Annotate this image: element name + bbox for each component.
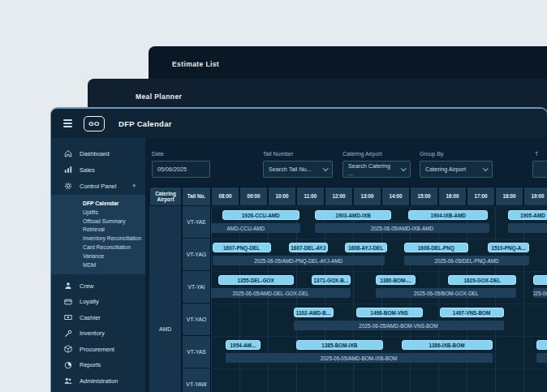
sidebar-item-label: Procurement — [80, 346, 114, 353]
flight-bar[interactable]: 1607-PNQ-DEL — [213, 243, 271, 252]
tail-no-column-header: Tail No. — [182, 187, 211, 206]
clipped-filter-label: T — [535, 151, 538, 157]
hour-header: 12:00 — [325, 187, 353, 206]
hamburger-menu-button[interactable] — [63, 119, 72, 127]
leg-bar[interactable]: 2025-06-05/AMD-BOM-VNS-BOM — [294, 321, 504, 330]
flight-bar[interactable]: 1607-DEL-AYJ — [289, 243, 327, 252]
catering-airport-column: AMD — [149, 206, 182, 392]
cash-icon — [64, 313, 72, 321]
airport-group-label: AMD — [149, 326, 181, 332]
flight-bar[interactable]: 1905-AMD — [508, 210, 547, 220]
leg-bar[interactable]: AMD-CCU-AMD — [211, 223, 300, 233]
sidebar-item-loyalty[interactable]: Loyalty — [51, 294, 145, 310]
hour-header: 10:00 — [268, 187, 296, 206]
submenu-item-card-reconciliation[interactable]: Card Reconciliation — [51, 243, 145, 252]
submenu-item-inventory-reconciliation[interactable]: Inventory Reconciliation — [51, 235, 145, 243]
sidebar-item-reports[interactable]: Reports — [51, 357, 145, 373]
bar-chart-icon — [64, 166, 72, 174]
flight-bar[interactable] — [536, 340, 547, 350]
tail-number-filter-label: Tail Number — [263, 151, 293, 157]
sidebar-item-label: Reports — [80, 361, 101, 368]
flight-bar[interactable]: 1102-AMD-B... — [294, 308, 334, 317]
flight-bar[interactable]: 1954-AM... — [226, 340, 261, 350]
sidebar-item-item[interactable] — [51, 389, 145, 392]
sidebar-item-cashier[interactable]: Cashier — [51, 309, 145, 325]
flight-bar[interactable]: 1498-BOM-VNS — [356, 308, 423, 317]
submenu-item-variance[interactable]: Variance — [51, 252, 145, 261]
hour-header: 18:00 — [495, 187, 523, 206]
chevron-down-icon — [323, 166, 328, 170]
sidebar-item-sales[interactable]: Sales — [51, 162, 145, 178]
leg-bar[interactable] — [508, 223, 547, 233]
flight-bar[interactable] — [533, 275, 547, 285]
page-title: DFP Calendar — [118, 119, 172, 128]
leg-bar[interactable]: 2025-06-05/... — [533, 288, 547, 298]
timeline-grid: AMD-CCU-AMD2025-06-05/AMD-IXB-AMD1926-CC… — [211, 206, 547, 392]
date-input[interactable]: 05/06/2025 — [152, 161, 210, 178]
hour-header: 19:00 — [523, 187, 547, 206]
leg-bar[interactable]: 2025-06-05/AMD-BOM-IXB-BOM — [226, 353, 493, 363]
card-icon — [64, 298, 72, 306]
window-dfp-calendar: GO DFP Calendar DashboardSalesControl Pa… — [50, 107, 547, 392]
sidebar-item-control-panel[interactable]: Control Panel▾ — [51, 178, 145, 194]
flight-bar[interactable]: 1608-AYJ-DEL — [345, 243, 388, 252]
clipped-filter-input[interactable] — [532, 161, 547, 178]
app-header: GO DFP Calendar — [51, 109, 547, 138]
sidebar-item-label: Control Panel — [80, 183, 116, 190]
submenu-item-offload-summary[interactable]: Offload Summary — [51, 218, 145, 226]
flight-bar[interactable]: 1903-AMD-IXB — [315, 210, 392, 220]
chevron-down-icon — [401, 166, 406, 170]
flight-bar[interactable]: 1355-DEL-GOX — [218, 275, 294, 285]
leg-bar[interactable]: 2025-06-05/DEL-PNQ-AMD — [404, 256, 529, 265]
content: Date 05/06/2025 Tail Number Search Tail … — [145, 138, 547, 392]
sidebar-item-administration[interactable]: Administration — [51, 373, 145, 389]
window-title: Meal Planner — [136, 93, 182, 101]
flight-bar[interactable]: 1497-VNS-BOM — [440, 308, 504, 317]
flight-bar[interactable]: 1608-DEL-PNQ — [404, 243, 468, 252]
date-filter-label: Date — [152, 151, 164, 157]
leg-bar[interactable] — [536, 353, 547, 363]
hour-header: 16:00 — [438, 187, 467, 206]
sidebar-item-label: Crew — [80, 282, 94, 290]
sidebar-item-crew[interactable]: Crew — [51, 278, 145, 294]
window-title: Estimate List — [172, 60, 219, 68]
sidebar-item-dashboard[interactable]: Dashboard — [51, 145, 145, 162]
tools-icon — [64, 330, 72, 338]
leg-bar[interactable]: 2025-06-05/AMD-PNQ-DEL-AYJ-AMD — [213, 256, 385, 265]
catering-airport-select[interactable]: Search Catering ... — [342, 161, 411, 178]
flight-bar[interactable]: 1510-PNQ-A... — [488, 243, 529, 252]
hour-header: 13:00 — [353, 187, 381, 206]
tail-number-select[interactable]: Search Tail Nu... — [263, 161, 333, 178]
catering-airport-filter-label: Catering Airport — [342, 151, 382, 157]
submenu-item-uplifts[interactable]: Uplifts — [51, 209, 145, 218]
flight-bar[interactable]: 1629-GOX-DEL — [448, 275, 516, 285]
sidebar-item-inventory[interactable]: Inventory — [51, 325, 145, 342]
home-icon — [64, 149, 72, 157]
submenu-item-dfp-calendar[interactable]: DFP Calendar — [51, 200, 145, 209]
sidebar-item-label: Inventory — [80, 330, 105, 337]
flight-bar[interactable]: 1926-CCU-AMD — [222, 210, 299, 220]
pie-chart-icon — [64, 361, 72, 369]
flight-bar[interactable]: 1386-IXB-BOM — [402, 340, 493, 350]
group-by-filter-label: Group By — [420, 151, 444, 157]
sidebar-item-label: Loyalty — [80, 298, 99, 305]
control-panel-submenu: DFP CalendarUpliftsOffload SummaryRetrie… — [51, 195, 145, 274]
leg-bar[interactable]: 2025-06-05/AMD-IXB-AMD — [315, 223, 489, 233]
catering-airport-column-header: Catering Airport — [149, 187, 182, 206]
hour-header: 17:00 — [467, 187, 495, 206]
submenu-item-retrieval[interactable]: Retrieval — [51, 226, 145, 235]
group-by-select[interactable]: Catering Airport — [420, 161, 493, 178]
flight-bar[interactable]: 1385-BOM-IXB — [296, 340, 383, 350]
tail-cell: VT-YAS — [182, 336, 211, 368]
sidebar-item-label: Administration — [80, 377, 118, 385]
tail-cell: VT-YAE — [182, 206, 211, 239]
flight-bar[interactable]: 1371-GOX-B... — [312, 275, 350, 285]
sidebar-item-procurement[interactable]: Procurement — [51, 341, 145, 357]
submenu-item-mdm[interactable]: MDM — [51, 261, 145, 270]
leg-bar[interactable]: 2025-06-05/AMD-DEL-GOX-DEL — [211, 288, 351, 298]
tail-cell: VT-YAI — [182, 271, 211, 304]
box-icon — [64, 345, 72, 353]
flight-bar[interactable]: 1380-BOM-... — [376, 275, 416, 285]
leg-bar[interactable]: 2025-06-05/BOM-GOX-DEL — [376, 288, 516, 298]
flight-bar[interactable]: 1904-IXB-AMD — [408, 210, 488, 220]
